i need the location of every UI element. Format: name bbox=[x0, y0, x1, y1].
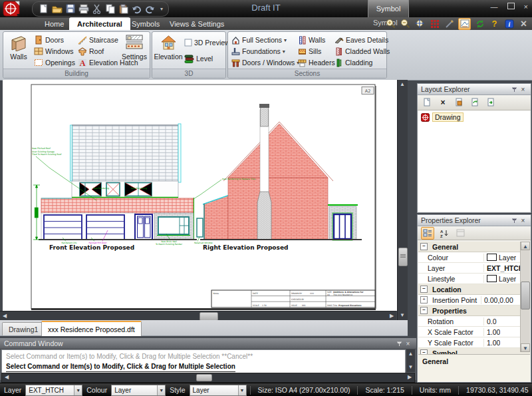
minimize-button[interactable]: — bbox=[491, 2, 498, 11]
elevation-button[interactable]: Elevation bbox=[154, 34, 182, 69]
scroll-down-icon[interactable]: ▼ bbox=[406, 363, 415, 372]
redo-icon[interactable] bbox=[144, 3, 156, 15]
drawing-canvas[interactable]: A2 bbox=[3, 80, 397, 311]
close-button[interactable]: × bbox=[524, 2, 528, 11]
sills-button[interactable]: Sills bbox=[298, 46, 321, 57]
scroll-right-icon[interactable]: ▶ bbox=[405, 373, 414, 381]
eaves-details-button[interactable]: Eaves Details bbox=[334, 35, 388, 45]
headers-button[interactable]: Headers bbox=[298, 57, 335, 68]
maximize-button[interactable] bbox=[507, 2, 515, 11]
pin-icon[interactable] bbox=[395, 339, 404, 347]
property-row-insertion-point[interactable]: +Insertion Point0.00,0.00 bbox=[418, 295, 530, 305]
new-document-icon[interactable] bbox=[38, 3, 49, 15]
layer-combo[interactable]: EXT_HTCH▼ bbox=[25, 385, 82, 396]
categorized-view-icon[interactable] bbox=[421, 227, 434, 240]
close-panel-icon[interactable]: × bbox=[519, 217, 527, 224]
canvas-horizontal-scrollbar[interactable]: ◀ ▶ bbox=[0, 311, 396, 321]
properties-scrollbar[interactable]: ▲ ▼ bbox=[520, 242, 530, 352]
info-icon[interactable]: i bbox=[503, 19, 515, 29]
pin-icon[interactable] bbox=[510, 216, 519, 224]
collapse-icon[interactable]: − bbox=[420, 243, 428, 250]
import-layout-icon[interactable] bbox=[453, 97, 465, 108]
staircase-button[interactable]: Staircase bbox=[78, 35, 118, 45]
zoom-in-icon[interactable] bbox=[385, 19, 396, 29]
save-icon[interactable] bbox=[65, 3, 76, 15]
cladding-button[interactable]: Cladding bbox=[334, 57, 372, 68]
level-button[interactable]: Level bbox=[184, 53, 213, 64]
scroll-up-icon[interactable]: ▲ bbox=[521, 242, 530, 250]
section-walls-button[interactable]: Walls bbox=[298, 35, 325, 45]
paste-layout-icon[interactable] bbox=[485, 97, 497, 108]
walls-button[interactable]: Walls bbox=[5, 34, 33, 69]
tab-architectural[interactable]: Architectural bbox=[69, 17, 130, 30]
full-sections-dropdown-icon[interactable]: ▾ bbox=[284, 37, 287, 43]
scroll-right-icon[interactable]: ▶ bbox=[387, 311, 396, 321]
scroll-up-icon[interactable]: ▲ bbox=[398, 80, 407, 89]
open-folder-icon[interactable] bbox=[51, 3, 63, 15]
command-vertical-scrollbar[interactable]: ▲ ▼ bbox=[406, 349, 415, 372]
command-scroll-thumb[interactable] bbox=[196, 374, 212, 381]
paste-icon[interactable] bbox=[118, 3, 129, 15]
collapse-icon[interactable]: − bbox=[420, 286, 428, 293]
zoom-out-icon[interactable] bbox=[400, 19, 411, 29]
active-drawing-icon[interactable] bbox=[458, 18, 471, 30]
pin-icon[interactable] bbox=[510, 85, 519, 93]
help-icon[interactable]: ? bbox=[489, 19, 500, 29]
zoom-extents-icon[interactable] bbox=[414, 19, 426, 29]
full-sections-button[interactable]: Full Sections▾ bbox=[231, 35, 287, 45]
refresh-layout-icon[interactable] bbox=[469, 97, 481, 108]
print-icon[interactable] bbox=[78, 3, 89, 15]
property-value[interactable]: Layer bbox=[484, 254, 516, 262]
vertical-scroll-thumb[interactable] bbox=[398, 248, 408, 266]
application-button[interactable] bbox=[3, 1, 23, 17]
close-panel-icon[interactable]: × bbox=[519, 86, 527, 93]
undo-icon[interactable] bbox=[131, 3, 142, 15]
delete-layout-icon[interactable]: × bbox=[437, 97, 449, 108]
property-row-xscale[interactable]: X Scale Factor1.00 bbox=[418, 327, 530, 337]
settings-button[interactable]: Settings bbox=[120, 34, 148, 69]
new-layout-icon[interactable] bbox=[421, 97, 433, 108]
foundations-dropdown-icon[interactable]: ▾ bbox=[283, 49, 285, 55]
tab-views-settings[interactable]: Views & Settings bbox=[162, 17, 232, 30]
category-general[interactable]: −General bbox=[418, 242, 530, 252]
scroll-up-icon[interactable]: ▲ bbox=[406, 349, 415, 359]
doc-tab-drawing1[interactable]: Drawing1 bbox=[2, 322, 45, 335]
doc-tab-residence[interactable]: xxx Residence Proposed.dft bbox=[41, 321, 142, 336]
close-panel-icon[interactable]: × bbox=[404, 340, 412, 347]
property-row-colour[interactable]: ColourLayer bbox=[418, 252, 530, 263]
category-properties[interactable]: −Properties bbox=[418, 305, 530, 316]
property-value[interactable]: Layer bbox=[484, 275, 516, 283]
scroll-down-icon[interactable]: ▼ bbox=[398, 311, 407, 320]
line-style-icon[interactable] bbox=[444, 19, 455, 29]
properties-scroll-thumb[interactable] bbox=[521, 282, 530, 309]
property-value[interactable]: 0.00,0.00 bbox=[481, 296, 513, 304]
property-row-rotation[interactable]: Rotation0.0 bbox=[418, 316, 530, 327]
colour-combo[interactable]: Layer▼ bbox=[111, 385, 166, 396]
layout-item-drawing[interactable]: Drawing bbox=[418, 110, 530, 124]
snap-grid-icon[interactable] bbox=[429, 19, 440, 29]
property-row-layer[interactable]: LayerEXT_HTCH bbox=[418, 263, 530, 274]
property-value[interactable]: EXT_HTCH bbox=[484, 264, 523, 272]
copy-icon[interactable] bbox=[104, 3, 116, 15]
context-tab-symbol[interactable]: Symbol bbox=[368, 0, 409, 17]
refresh-icon[interactable] bbox=[474, 19, 485, 29]
cut-icon[interactable] bbox=[91, 3, 102, 15]
foundations-button[interactable]: Foundations▾ bbox=[231, 46, 285, 57]
scroll-down-icon[interactable]: ▼ bbox=[521, 343, 530, 352]
doors-button[interactable]: Doors bbox=[34, 35, 64, 45]
property-row-yscale[interactable]: Y Scale Factor1.00 bbox=[418, 337, 530, 348]
preview-3d-checkbox[interactable]: 3D Preview bbox=[184, 37, 230, 48]
canvas-vertical-scrollbar[interactable]: ▲ ▼ bbox=[397, 80, 408, 320]
property-value[interactable]: 1.00 bbox=[484, 328, 500, 336]
cladded-walls-button[interactable]: Cladded Walls bbox=[334, 46, 390, 57]
command-history[interactable]: Select Command or Item(s) to Modify, Cli… bbox=[1, 349, 406, 375]
windows-button[interactable]: Windows bbox=[34, 46, 74, 57]
roof-button[interactable]: Roof bbox=[78, 46, 104, 57]
close-ribbon-icon[interactable]: × bbox=[518, 19, 529, 29]
openings-button[interactable]: Openings bbox=[34, 57, 75, 68]
qat-customize-caret-icon[interactable]: ▾ bbox=[160, 6, 163, 12]
property-value[interactable]: 1.00 bbox=[484, 339, 500, 347]
scroll-left-icon[interactable]: ◀ bbox=[2, 373, 11, 381]
command-horizontal-scrollbar[interactable]: ◀ ▶ bbox=[1, 373, 415, 383]
expand-icon[interactable]: + bbox=[420, 296, 428, 303]
